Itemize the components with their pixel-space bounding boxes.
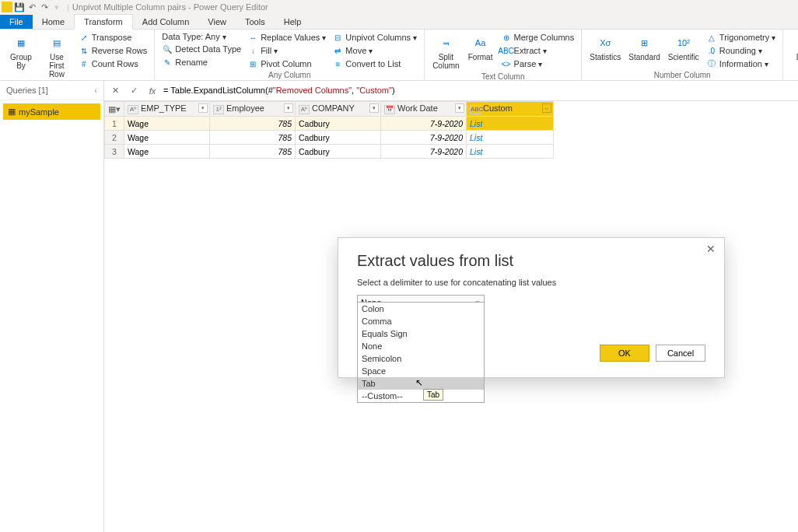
rounding-button[interactable]: .0Rounding ▾ (704, 44, 778, 57)
parse-button[interactable]: <>Parse ▾ (499, 58, 577, 70)
cell-emp-type[interactable]: Wage (124, 145, 210, 159)
cell-work-date[interactable]: 7-9-2020 (381, 117, 467, 131)
pivot-column-button[interactable]: ⊞Pivot Column (245, 58, 328, 70)
replace-values-button[interactable]: ↔Replace Values ▾ (245, 31, 328, 44)
delimiter-option[interactable]: Colon (358, 303, 484, 315)
extract-icon: ABC (501, 45, 512, 56)
standard-icon: ⊞ (634, 33, 656, 53)
dialog-title: Extract values from list (357, 252, 705, 270)
information-button[interactable]: ⓘInformation ▾ (704, 58, 778, 70)
redo-icon[interactable]: ↷ (39, 2, 50, 12)
date-button[interactable]: 📅Date (788, 31, 798, 63)
delimiter-option[interactable]: Tab (358, 377, 484, 390)
table-row[interactable]: 1 Wage 785 Cadbury 7-9-2020 List (105, 117, 554, 131)
filter-icon[interactable]: ▾ (455, 103, 464, 113)
cell-work-date[interactable]: 7-9-2020 (381, 145, 467, 159)
col-custom[interactable]: ABCCustom↔ (467, 102, 554, 117)
col-company[interactable]: AᵇCOMPANY▾ (296, 102, 381, 117)
convert-to-list-button[interactable]: ≡Convert to List (330, 58, 419, 70)
delimiter-option[interactable]: --Custom-- (358, 390, 484, 402)
ok-button[interactable]: OK (600, 345, 649, 362)
extract-button[interactable]: ABCExtract ▾ (499, 44, 577, 57)
row-number: 3 (105, 145, 124, 159)
fx-icon[interactable]: fx (145, 83, 160, 99)
reverse-rows-button[interactable]: ⇅Reverse Rows (76, 44, 150, 57)
group-by-button[interactable]: ▦ Group By (5, 31, 37, 72)
accept-formula-icon[interactable]: ✓ (126, 83, 142, 99)
cell-employee[interactable]: 785 (210, 145, 296, 159)
rename-icon: ✎ (162, 57, 173, 68)
delimiter-option[interactable]: Comma (358, 315, 484, 327)
data-type-button[interactable]: Data Type: Any ▾ (159, 31, 243, 42)
cell-employee[interactable]: 785 (210, 117, 296, 131)
scientific-button[interactable]: 10²Scientific (665, 31, 702, 63)
delimiter-option[interactable]: Space (358, 365, 484, 377)
fill-icon: ↓ (247, 45, 258, 56)
tab-help[interactable]: Help (275, 15, 311, 29)
filter-icon[interactable]: ▾ (284, 103, 293, 113)
save-icon[interactable]: 💾 (14, 2, 25, 12)
filter-icon[interactable]: ▾ (369, 103, 379, 113)
row-number: 1 (105, 117, 124, 131)
delimiter-option[interactable]: Semicolon (358, 352, 484, 365)
cell-emp-type[interactable]: Wage (124, 117, 210, 131)
group-by-icon: ▦ (10, 33, 32, 53)
cell-company[interactable]: Cadbury (296, 145, 381, 159)
text-type-icon: Aᵇ (299, 105, 310, 114)
undo-icon[interactable]: ↶ (26, 2, 37, 12)
expand-column-icon[interactable]: ↔ (542, 103, 551, 113)
format-button[interactable]: Aa Format (464, 31, 497, 63)
col-work-date[interactable]: 📅Work Date▾ (381, 102, 467, 117)
move-button[interactable]: ⇄Move ▾ (330, 44, 419, 57)
cancel-button[interactable]: Cancel (656, 345, 705, 362)
detect-data-type-button[interactable]: 🔍Detect Data Type (159, 43, 243, 55)
fill-button[interactable]: ↓Fill ▾ (245, 44, 328, 57)
row-corner[interactable]: ▦▾ (105, 102, 124, 117)
tab-add-column[interactable]: Add Column (133, 15, 199, 29)
tab-file[interactable]: File (0, 15, 33, 29)
cell-company[interactable]: Cadbury (296, 117, 381, 131)
unpivot-columns-button[interactable]: ⊟Unpivot Columns ▾ (330, 31, 419, 44)
merge-columns-button[interactable]: ⊕Merge Columns (499, 31, 577, 44)
tab-home[interactable]: Home (33, 15, 74, 29)
cell-custom[interactable]: List (467, 145, 554, 159)
transpose-button[interactable]: ⤢Transpose (76, 31, 150, 44)
split-column-button[interactable]: ⫬ Split Column (429, 31, 462, 72)
query-item[interactable]: ▦ mySample (3, 103, 100, 120)
cell-emp-type[interactable]: Wage (124, 131, 210, 145)
format-icon: Aa (470, 33, 492, 53)
cell-company[interactable]: Cadbury (296, 131, 381, 145)
pivot-icon: ⊞ (247, 58, 258, 69)
col-employee[interactable]: 1²Employee▾ (210, 102, 296, 117)
table-row[interactable]: 3 Wage 785 Cadbury 7-9-2020 List (105, 145, 554, 159)
cell-employee[interactable]: 785 (210, 131, 296, 145)
cell-custom[interactable]: List (467, 117, 554, 131)
cell-custom[interactable]: List (467, 131, 554, 145)
group-table: ▦ Group By ▤ Use First Row as Headers ⤢T… (0, 30, 155, 80)
tab-tools[interactable]: Tools (236, 15, 275, 29)
delimiter-option[interactable]: Equals Sign (358, 327, 484, 340)
statistics-button[interactable]: XσStatistics (586, 31, 624, 63)
rename-button[interactable]: ✎Rename (159, 56, 243, 68)
table-row[interactable]: 2 Wage 785 Cadbury 7-9-2020 List (105, 131, 554, 145)
round-icon: .0 (706, 45, 717, 56)
delimiter-option[interactable]: None (358, 340, 484, 352)
tab-transform[interactable]: Transform (74, 14, 133, 30)
tab-view[interactable]: View (198, 15, 236, 29)
standard-button[interactable]: ⊞Standard (625, 31, 663, 63)
replace-icon: ↔ (247, 32, 258, 43)
stats-icon: Xσ (594, 33, 616, 53)
count-rows-button[interactable]: #Count Rows (76, 58, 150, 70)
scientific-icon: 10² (673, 33, 695, 53)
app-icon (2, 2, 12, 12)
cell-work-date[interactable]: 7-9-2020 (381, 131, 467, 145)
close-icon[interactable]: ✕ (704, 243, 718, 257)
formula-input[interactable]: = Table.ExpandListColumn(#"Removed Colum… (163, 86, 795, 96)
collapse-pane-icon[interactable]: ‹ (94, 86, 97, 95)
trigonometry-button[interactable]: △Trigonometry ▾ (704, 31, 778, 44)
col-emp-type[interactable]: AᵇEMP_TYPE▾ (124, 102, 210, 117)
cancel-formula-icon[interactable]: ✕ (107, 83, 123, 99)
date-icon: 📅 (793, 33, 798, 53)
detect-icon: 🔍 (162, 44, 173, 54)
filter-icon[interactable]: ▾ (198, 103, 208, 113)
